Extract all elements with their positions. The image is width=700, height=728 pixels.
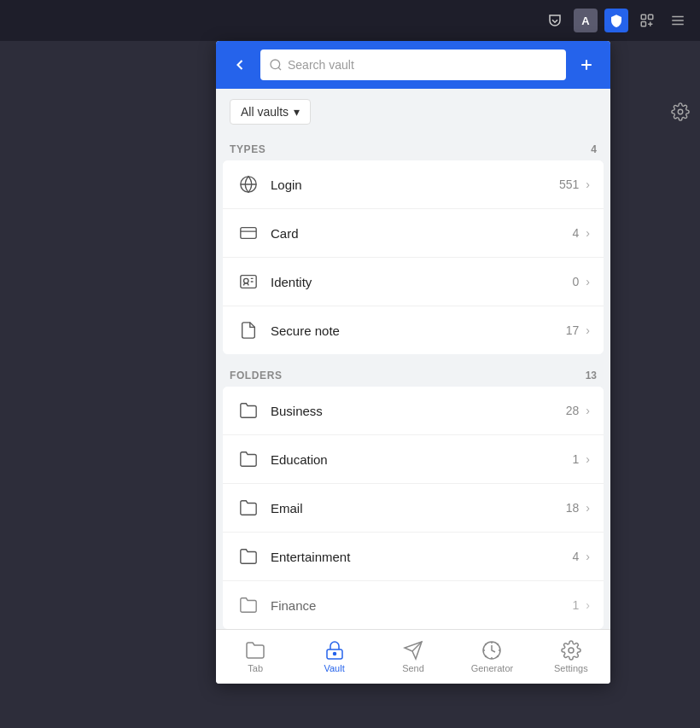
email-chevron: ›	[586, 501, 590, 515]
nav-generator[interactable]: Generator	[452, 633, 531, 680]
settings-label: Settings	[554, 663, 588, 673]
save-extension-icon[interactable]	[543, 9, 567, 32]
card-label: Card	[271, 226, 573, 241]
finance-label: Finance	[271, 598, 573, 613]
education-chevron: ›	[586, 452, 590, 466]
avatar-icon[interactable]: A	[574, 9, 598, 32]
popup-content: All vaults ▾ TYPES 4 Login 551	[216, 89, 610, 629]
email-folder-item[interactable]: Email 18 ›	[223, 484, 604, 533]
nav-send[interactable]: Send	[374, 633, 452, 680]
nav-settings[interactable]: Settings	[532, 633, 610, 680]
login-chevron: ›	[586, 178, 590, 191]
entertainment-count: 4	[573, 550, 580, 563]
note-count: 17	[566, 323, 580, 337]
education-folder-icon	[236, 447, 260, 471]
add-item-button[interactable]	[573, 51, 600, 79]
bitwarden-popup: All vaults ▾ TYPES 4 Login 551	[216, 41, 610, 684]
svg-point-16	[244, 278, 249, 283]
identity-label: Identity	[271, 275, 573, 289]
nav-tab[interactable]: Tab	[216, 633, 295, 680]
business-chevron: ›	[586, 404, 590, 417]
back-button[interactable]	[226, 51, 254, 79]
email-count: 18	[566, 501, 580, 515]
search-input[interactable]	[288, 58, 557, 72]
send-icon	[403, 640, 423, 661]
note-icon	[236, 318, 260, 342]
popup-header	[216, 41, 610, 89]
svg-point-22	[569, 648, 574, 653]
card-type-item[interactable]: Card 4 ›	[223, 209, 604, 258]
business-label: Business	[271, 404, 566, 418]
svg-rect-1	[649, 15, 653, 19]
finance-folder-icon	[236, 593, 260, 617]
vault-nav-icon	[324, 640, 345, 661]
settings-gear[interactable]	[671, 102, 690, 121]
folders-list: Business 28 › Education 1 ›	[223, 387, 604, 629]
svg-rect-0	[641, 15, 645, 19]
identity-chevron: ›	[586, 275, 590, 288]
education-count: 1	[573, 452, 580, 466]
browser-toolbar: A	[0, 0, 700, 41]
extensions-icon[interactable]	[635, 9, 659, 32]
types-section-count: 4	[591, 143, 597, 155]
login-type-item[interactable]: Login 551 ›	[223, 160, 604, 209]
types-section-title: TYPES	[230, 143, 265, 155]
vault-selector-area: All vaults ▾	[216, 89, 610, 135]
generator-label: Generator	[471, 663, 514, 673]
business-folder-item[interactable]: Business 28 ›	[223, 387, 604, 435]
finance-count: 1	[573, 598, 580, 612]
entertainment-chevron: ›	[586, 550, 590, 563]
svg-point-7	[271, 60, 280, 69]
business-count: 28	[566, 404, 580, 417]
login-count: 551	[559, 178, 579, 191]
entertainment-folder-item[interactable]: Entertainment 4 ›	[223, 533, 604, 581]
note-chevron: ›	[586, 323, 590, 337]
types-section-header: TYPES 4	[216, 135, 610, 160]
svg-rect-2	[641, 22, 645, 26]
note-label: Secure note	[271, 323, 566, 338]
search-bar	[260, 50, 566, 80]
search-icon	[269, 58, 283, 72]
svg-point-18	[333, 653, 335, 655]
folders-section-title: FOLDERS	[230, 370, 283, 381]
bitwarden-icon[interactable]	[604, 9, 628, 32]
svg-line-8	[278, 67, 281, 70]
browser-menu-icon[interactable]	[666, 9, 690, 32]
settings-nav-icon	[561, 640, 581, 661]
login-icon	[236, 172, 260, 196]
vault-label: Vault	[324, 663, 344, 673]
entertainment-label: Entertainment	[271, 550, 573, 564]
dropdown-chevron: ▾	[294, 105, 300, 119]
login-label: Login	[271, 178, 559, 192]
tab-label: Tab	[248, 663, 263, 673]
card-count: 4	[573, 226, 580, 240]
tab-icon	[245, 640, 265, 661]
identity-icon	[236, 270, 260, 294]
card-icon	[236, 221, 260, 245]
entertainment-folder-icon	[236, 545, 260, 568]
send-label: Send	[402, 663, 424, 673]
svg-point-6	[678, 109, 683, 114]
finance-chevron: ›	[586, 598, 590, 612]
note-type-item[interactable]: Secure note 17 ›	[223, 306, 604, 354]
bottom-nav: Tab Vault Send	[216, 629, 610, 684]
business-folder-icon	[236, 399, 260, 422]
education-folder-item[interactable]: Education 1 ›	[223, 435, 604, 484]
vault-dropdown[interactable]: All vaults ▾	[230, 99, 311, 125]
generator-icon	[481, 640, 502, 661]
identity-type-item[interactable]: Identity 0 ›	[223, 258, 604, 306]
folders-section-count: 13	[586, 370, 597, 381]
email-folder-icon	[236, 496, 260, 520]
identity-count: 0	[573, 275, 580, 288]
education-label: Education	[271, 452, 573, 467]
email-label: Email	[271, 501, 566, 515]
svg-rect-13	[241, 228, 256, 239]
finance-folder-item[interactable]: Finance 1 ›	[223, 581, 604, 629]
nav-vault[interactable]: Vault	[295, 633, 373, 680]
types-list: Login 551 › Card 4 ›	[223, 160, 604, 354]
folders-section-header: FOLDERS 13	[216, 361, 610, 387]
card-chevron: ›	[586, 226, 590, 240]
vault-label: All vaults	[241, 105, 289, 119]
